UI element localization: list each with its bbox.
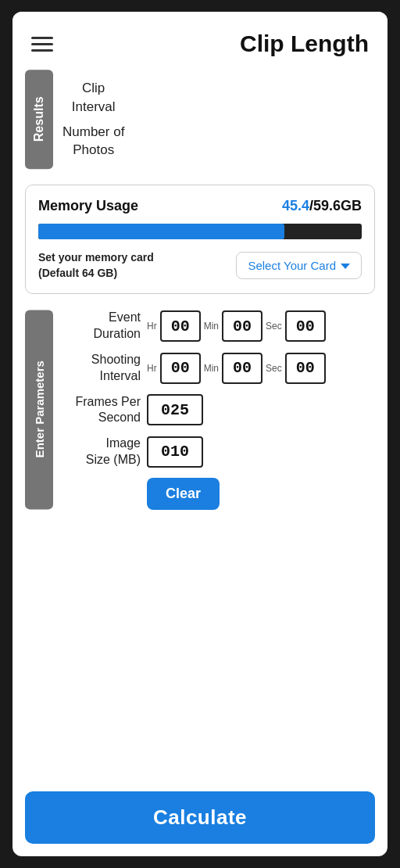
memory-footer: Set your memory card(Default 64 GB) Sele… bbox=[38, 250, 362, 281]
event-duration-label: EventDuration bbox=[62, 310, 141, 343]
memory-header: Memory Usage 45.4/59.6GB bbox=[38, 198, 362, 214]
phone-frame: Clip Length Results ClipInterval Number … bbox=[12, 12, 388, 856]
frames-per-second-label: Frames PerSecond bbox=[62, 394, 141, 427]
shooting-interval-label: ShootingInterval bbox=[62, 352, 141, 385]
number-of-photos-label: Number ofPhotos bbox=[62, 123, 124, 160]
parameters-label: Enter Parameters bbox=[25, 310, 53, 509]
min-label-2: Min bbox=[204, 363, 219, 374]
event-duration-min[interactable]: 00 bbox=[222, 310, 262, 342]
frames-per-second-row: Frames PerSecond 025 bbox=[62, 394, 375, 427]
shooting-interval-sec[interactable]: 00 bbox=[285, 353, 326, 384]
memory-total: 59.6GB bbox=[313, 198, 362, 213]
event-duration-hr[interactable]: 00 bbox=[160, 310, 201, 342]
select-card-button[interactable]: Select Your Card bbox=[236, 252, 362, 279]
shooting-interval-min[interactable]: 00 bbox=[222, 353, 262, 384]
hr-label-1: Hr bbox=[147, 321, 157, 332]
image-size-input[interactable]: 010 bbox=[147, 436, 203, 468]
parameters-section: Enter Parameters EventDuration Hr 00 Min… bbox=[25, 310, 375, 509]
page-title: Clip Length bbox=[240, 30, 369, 57]
event-duration-inputs: Hr 00 Min 00 Sec 00 bbox=[147, 310, 326, 342]
results-section: Results ClipInterval Number ofPhotos bbox=[25, 70, 375, 169]
results-label: Results bbox=[25, 70, 53, 169]
sec-label-1: Sec bbox=[266, 321, 282, 332]
sec-label-2: Sec bbox=[266, 363, 282, 374]
parameters-content: EventDuration Hr 00 Min 00 Sec 00 Shooti… bbox=[62, 310, 375, 509]
results-content: ClipInterval Number ofPhotos bbox=[62, 70, 124, 169]
header: Clip Length bbox=[12, 12, 388, 70]
image-size-label: ImageSize (MB) bbox=[62, 436, 141, 468]
chevron-down-icon bbox=[341, 264, 350, 269]
hr-label-2: Hr bbox=[147, 363, 157, 374]
clip-interval-label: ClipInterval bbox=[62, 79, 124, 117]
calculate-button[interactable]: Calculate bbox=[25, 791, 375, 844]
memory-title: Memory Usage bbox=[38, 198, 138, 214]
memory-card: Memory Usage 45.4/59.6GB Set your memory… bbox=[25, 185, 375, 294]
image-size-row: ImageSize (MB) 010 bbox=[62, 436, 375, 468]
shooting-interval-row: ShootingInterval Hr 00 Min 00 Sec 00 bbox=[62, 352, 375, 385]
event-duration-sec[interactable]: 00 bbox=[285, 310, 326, 342]
min-label-1: Min bbox=[204, 321, 219, 332]
select-card-label: Select Your Card bbox=[248, 259, 336, 272]
memory-value: 45.4/59.6GB bbox=[282, 198, 362, 214]
frames-per-second-input[interactable]: 025 bbox=[147, 394, 203, 425]
memory-default-text: Set your memory card(Default 64 GB) bbox=[38, 250, 154, 281]
progress-bar-fill bbox=[38, 224, 284, 239]
memory-used: 45.4 bbox=[282, 198, 309, 213]
progress-bar-bg bbox=[38, 224, 362, 239]
content-area: Results ClipInterval Number ofPhotos Mem… bbox=[12, 70, 388, 782]
shooting-interval-hr[interactable]: 00 bbox=[160, 353, 201, 384]
clear-button[interactable]: Clear bbox=[147, 478, 220, 510]
event-duration-row: EventDuration Hr 00 Min 00 Sec 00 bbox=[62, 310, 375, 343]
shooting-interval-inputs: Hr 00 Min 00 Sec 00 bbox=[147, 353, 326, 384]
menu-icon[interactable] bbox=[31, 37, 53, 52]
